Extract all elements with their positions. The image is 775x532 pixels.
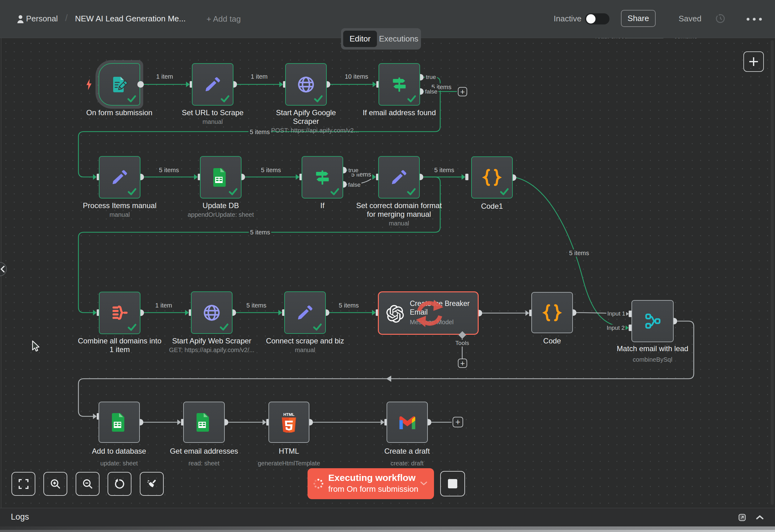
svg-text:HTML: HTML <box>283 412 295 417</box>
